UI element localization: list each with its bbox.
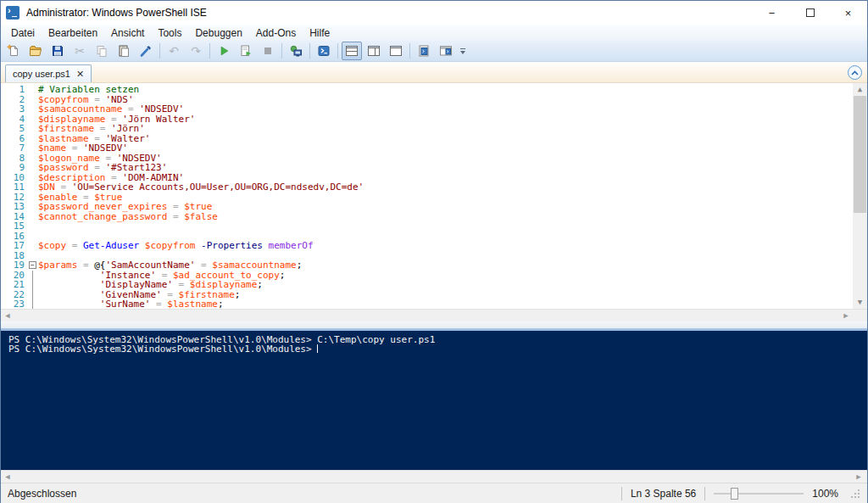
menu-item-bearbeiten[interactable]: Bearbeiten (42, 25, 104, 41)
chevron-up-icon (851, 70, 859, 75)
editor-line[interactable]: 11$DN = 'OU=Service Accounts,OU=User,OU=… (1, 182, 853, 193)
command-window-icon (417, 44, 431, 58)
line-number: 5 (1, 124, 28, 134)
remote-session-icon (289, 44, 303, 58)
console-cursor (317, 344, 318, 353)
scroll-down-arrow-icon[interactable]: ▼ (853, 296, 867, 309)
run-play-icon (217, 44, 231, 58)
powershell-app-icon (6, 6, 19, 20)
resize-grip[interactable] (850, 489, 860, 499)
start-powershell-button[interactable] (314, 42, 334, 60)
new-remote-powershell-tab-button[interactable] (286, 42, 306, 60)
line-number: 1 (1, 85, 28, 95)
stop-square-icon (261, 44, 275, 58)
show-script-pane-right-button[interactable] (364, 42, 384, 60)
scroll-up-arrow-icon[interactable]: ▲ (853, 83, 867, 96)
scroll-left-arrow-icon[interactable]: ◄ (1, 471, 14, 483)
line-number: 13 (1, 202, 28, 212)
script-editor-pane[interactable]: 1# Variablen setzen2$copyfrom = 'NDS'3$s… (1, 83, 867, 309)
scroll-right-arrow-icon[interactable]: ► (839, 310, 853, 322)
menu-item-add-ons[interactable]: Add-Ons (249, 25, 303, 41)
scissors-icon: ✂ (75, 45, 85, 57)
tab-close-icon[interactable]: ✕ (76, 70, 84, 79)
show-script-pane-top-button[interactable] (342, 42, 362, 60)
tab-copy-user-ps1[interactable]: copy user.ps1 ✕ (5, 64, 92, 82)
scroll-left-arrow-icon[interactable]: ◄ (1, 310, 14, 322)
collapse-script-pane-button[interactable] (848, 65, 862, 80)
line-number: 3 (1, 104, 28, 115)
editor-line[interactable]: 14$cannot_change_password = $false (1, 212, 853, 222)
console-horizontal-scrollbar[interactable]: ◄ ► (1, 470, 867, 483)
code-text: $displayname = 'Jörn Walter' (38, 115, 853, 125)
line-number: 21 (1, 280, 28, 290)
zoom-slider[interactable] (714, 487, 804, 500)
cursor-position: Ln 3 Spalte 56 (631, 488, 696, 500)
status-message: Abgeschlossen (8, 488, 76, 500)
code-text: $cannot_change_password = $false (38, 212, 853, 222)
line-number: 9 (1, 163, 28, 173)
toolbar-overflow-button[interactable] (458, 42, 468, 60)
menu-item-tools[interactable]: Tools (151, 25, 188, 41)
show-command-addon-button[interactable] (436, 42, 456, 60)
clear-console-pane-button[interactable] (136, 42, 156, 60)
show-command-window-button[interactable] (414, 42, 434, 60)
fold-guide-line (32, 299, 33, 309)
console-pane[interactable]: PS C:\Windows\System32\WindowsPowerShell… (1, 329, 867, 470)
line-number: 7 (1, 143, 28, 154)
zoom-slider-track[interactable] (714, 493, 804, 495)
save-button[interactable] (47, 42, 68, 60)
fold-collapse-icon[interactable]: − (29, 261, 36, 269)
code-text: $copy = Get-Aduser $copyfrom -Properties… (38, 241, 853, 251)
line-number: 23 (1, 299, 28, 309)
copy-button[interactable] (92, 42, 112, 60)
cut-button[interactable]: ✂ (70, 42, 90, 60)
toolbar: ✂ ↶ ↷ (1, 41, 867, 62)
editor-horizontal-scrollbar[interactable]: ◄ ► (1, 309, 867, 321)
close-button[interactable]: × (829, 1, 867, 25)
code-text: # Variablen setzen (38, 85, 853, 95)
menu-item-datei[interactable]: Datei (4, 25, 42, 41)
editor-vscroll-thumb[interactable] (854, 96, 866, 213)
scroll-right-arrow-icon[interactable]: ► (852, 471, 865, 483)
status-bar: Abgeschlossen Ln 3 Spalte 56 100% (1, 483, 867, 503)
tab-strip: copy user.ps1 ✕ (1, 62, 867, 83)
redo-button[interactable]: ↷ (186, 42, 206, 60)
menu-item-debuggen[interactable]: Debuggen (188, 25, 248, 41)
line-number: 19 (1, 260, 28, 271)
menu-bar: DateiBearbeitenAnsichtToolsDebuggenAdd-O… (1, 25, 867, 41)
editor-vertical-scrollbar[interactable]: ▲ ▼ (853, 83, 867, 309)
stop-operation-button[interactable] (258, 42, 278, 60)
open-script-button[interactable] (25, 42, 46, 60)
overflow-chevron-icon (460, 51, 465, 54)
run-selection-icon (239, 44, 253, 58)
pane-splitter[interactable] (1, 321, 867, 329)
redo-arrow-icon: ↷ (191, 45, 201, 57)
run-script-button[interactable] (214, 42, 234, 60)
menu-item-ansicht[interactable]: Ansicht (104, 25, 151, 41)
code-text (38, 221, 853, 232)
zoom-level: 100% (812, 488, 838, 500)
new-script-button[interactable] (3, 42, 24, 60)
title-bar: Administrator: Windows PowerShell ISE − … (1, 1, 867, 25)
editor-line[interactable]: 17$copy = Get-Aduser $copyfrom -Properti… (1, 241, 853, 251)
editor-line[interactable]: 15 (1, 221, 853, 232)
line-number: 15 (1, 221, 28, 232)
code-text: $firstname = 'Jörn' (38, 124, 853, 134)
maximize-button[interactable] (791, 1, 829, 25)
minimize-button[interactable]: − (753, 1, 791, 25)
show-script-pane-maximized-button[interactable] (386, 42, 406, 60)
command-addon-icon (439, 44, 453, 58)
run-selection-button[interactable] (236, 42, 256, 60)
code-text: $DN = 'OU=Service Accounts,OU=User,OU=OR… (38, 182, 853, 193)
zoom-slider-thumb[interactable] (731, 488, 738, 500)
menu-item-hilfe[interactable]: Hilfe (303, 25, 337, 41)
undo-arrow-icon: ↶ (169, 45, 179, 57)
editor-line[interactable]: 6$lastname = 'Walter' (1, 134, 853, 144)
paste-button[interactable] (114, 42, 134, 60)
line-number: 17 (1, 241, 28, 251)
script-pane-top-icon (345, 44, 359, 58)
statusbar-separator (704, 487, 705, 500)
editor-line[interactable]: 23 'SurName' = $lastname; (1, 299, 853, 309)
undo-button[interactable]: ↶ (164, 42, 184, 60)
powershell-exe-icon (317, 44, 331, 58)
